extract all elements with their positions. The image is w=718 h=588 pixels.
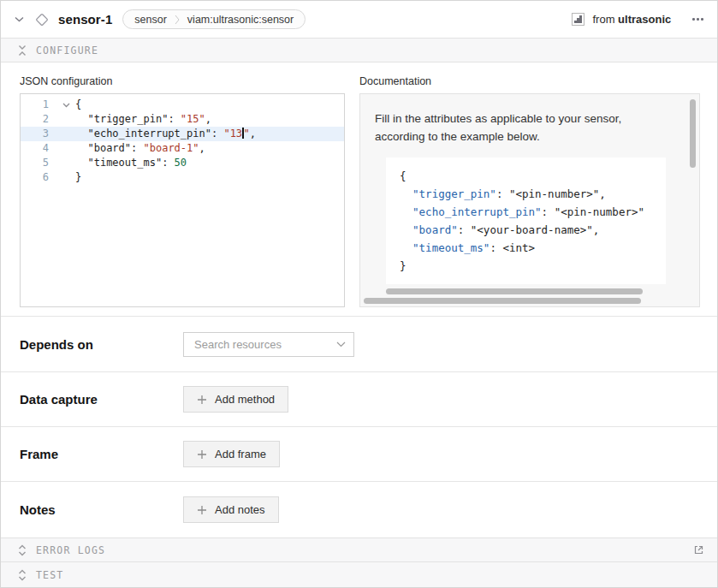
add-frame-button[interactable]: Add frame	[183, 441, 280, 467]
collapse-chevron-icon[interactable]	[15, 16, 24, 22]
editor-line-5[interactable]: 5 "timeout_ms": 50	[21, 156, 344, 170]
header-right: from ultrasonic	[572, 13, 705, 26]
editor-line-3-active[interactable]: 3 "echo_interrupt_pin": "13",	[21, 127, 344, 141]
search-resources-input[interactable]	[183, 332, 354, 357]
add-method-button[interactable]: Add method	[183, 386, 288, 413]
module-icon	[572, 13, 584, 26]
error-logs-section-label: ERROR LOGS	[36, 544, 105, 556]
code-fold-icon[interactable]	[56, 98, 75, 112]
documentation-code-example: { "trigger_pin": "<pin-number>", "echo_i…	[386, 157, 666, 284]
expand-section-icon	[18, 544, 27, 556]
line-number: 4	[21, 141, 56, 156]
editor-line-1[interactable]: 1 {	[21, 98, 344, 112]
error-logs-section-header[interactable]: ERROR LOGS	[1, 538, 717, 561]
json-code-editor[interactable]: 1 { 2 "trigger_pin": "15", 3 "echo_inter…	[20, 93, 345, 307]
collapse-section-icon	[18, 45, 27, 56]
doc-vertical-scrollbar[interactable]	[690, 99, 696, 168]
module-name: ultrasonic	[618, 13, 671, 26]
doc-horizontal-scrollbar[interactable]	[364, 298, 641, 304]
data-capture-row: Data capture Add method	[1, 371, 717, 426]
component-type-label: sensor	[134, 14, 167, 26]
plus-icon	[197, 505, 207, 515]
depends-on-row: Depends on	[1, 316, 717, 371]
configure-section-header[interactable]: CONFIGURE	[1, 39, 717, 62]
open-logs-external-icon[interactable]	[692, 543, 705, 556]
depends-on-label: Depends on	[20, 337, 183, 352]
frame-row: Frame Add frame	[1, 426, 717, 481]
component-model-label: viam:ultrasonic:sensor	[187, 14, 294, 26]
editor-line-2[interactable]: 2 "trigger_pin": "15",	[21, 112, 344, 127]
line-number: 1	[21, 98, 56, 112]
notes-row: Notes Add notes	[1, 481, 717, 538]
line-number: 5	[21, 156, 56, 170]
configure-section-label: CONFIGURE	[36, 45, 98, 56]
add-notes-button[interactable]: Add notes	[183, 496, 279, 523]
component-type-badge: sensor viam:ultrasonic:sensor	[122, 9, 306, 29]
plus-icon	[197, 395, 207, 405]
plus-icon	[197, 449, 207, 460]
line-number: 2	[21, 112, 56, 127]
configure-content: JSON configuration 1 { 2 "trigger_pin": …	[1, 62, 717, 316]
documentation-label: Documentation	[359, 75, 700, 87]
expand-section-icon	[18, 569, 27, 581]
data-capture-label: Data capture	[20, 392, 183, 407]
notes-label: Notes	[20, 502, 183, 517]
code-horizontal-scrollbar[interactable]	[386, 288, 643, 294]
component-card: sensor-1 sensor viam:ultrasonic:sensor f…	[0, 0, 718, 588]
json-config-column: JSON configuration 1 { 2 "trigger_pin": …	[20, 75, 345, 316]
component-header: sensor-1 sensor viam:ultrasonic:sensor f…	[1, 1, 717, 39]
documentation-panel[interactable]: Fill in the attributes as applicable to …	[359, 93, 700, 307]
documentation-intro-text: Fill in the attributes as applicable to …	[375, 110, 673, 146]
test-section-label: TEST	[36, 569, 64, 581]
depends-on-select	[183, 332, 354, 357]
frame-label: Frame	[20, 447, 183, 461]
chevron-right-icon	[175, 15, 180, 25]
more-options-icon[interactable]	[691, 15, 705, 24]
component-diamond-icon	[34, 12, 50, 27]
editor-line-4[interactable]: 4 "board": "board-1",	[21, 141, 344, 156]
from-module-text: from ultrasonic	[592, 13, 671, 26]
line-number: 6	[21, 170, 56, 185]
line-number: 3	[21, 127, 56, 141]
component-name: sensor-1	[58, 12, 112, 27]
json-config-label: JSON configuration	[20, 75, 345, 87]
test-section-header[interactable]: TEST	[1, 561, 717, 587]
editor-line-6[interactable]: 6 }	[21, 170, 344, 185]
documentation-column: Documentation Fill in the attributes as …	[359, 75, 700, 316]
